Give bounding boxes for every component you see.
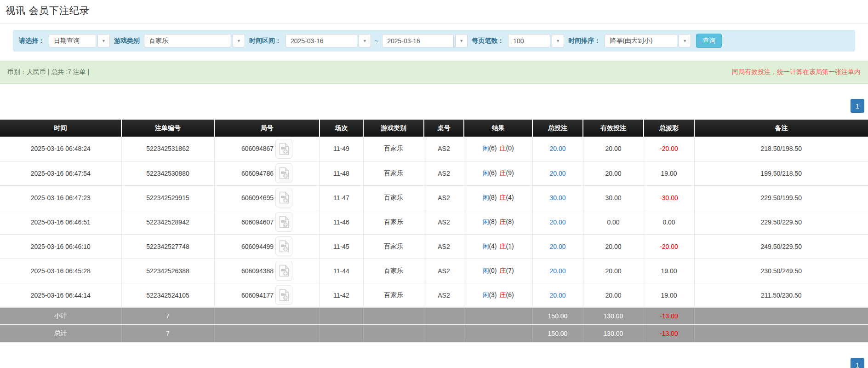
- result-player-label: 闲: [482, 194, 489, 201]
- cell-bet-id: 522342530880: [121, 161, 214, 185]
- table-row: 2025-03-16 06:47:54 522342530880 6060947…: [0, 161, 868, 185]
- cell-total-bet[interactable]: 20.00: [532, 259, 583, 283]
- summary-row: 小计 7 150.00 130.00 -13.00: [0, 307, 868, 325]
- result-player-score: (8): [489, 218, 497, 225]
- date-to-select[interactable]: 2025-03-16 ▼: [382, 34, 468, 47]
- select-type-label: 请选择：: [17, 37, 46, 45]
- result-player-score: (6): [489, 169, 497, 177]
- result-banker-score: (4): [506, 194, 514, 201]
- valid-bet-note: 同局有效投注，统一计算在该局第一张注单内: [732, 68, 861, 76]
- column-header: 注单编号: [121, 120, 214, 137]
- chevron-down-icon[interactable]: ▼: [679, 34, 691, 47]
- video-playback-icon[interactable]: [275, 163, 292, 183]
- round-id-text: 606094177: [241, 292, 274, 299]
- summary-count: 7: [121, 307, 214, 325]
- round-id-text: 606094388: [241, 267, 274, 275]
- column-header: 备注: [694, 120, 868, 137]
- query-type-value[interactable]: 日期查询: [49, 34, 96, 47]
- cell-valid-bet: 0.00: [583, 210, 644, 234]
- result-player-label: 闲: [482, 267, 489, 274]
- cell-total-bet[interactable]: 20.00: [532, 137, 583, 161]
- summary-payout: -13.00: [644, 307, 694, 325]
- chevron-down-icon[interactable]: ▼: [233, 34, 245, 47]
- range-tilde: ~: [374, 37, 379, 45]
- cell-round-id: 606094499: [214, 234, 320, 259]
- cell-valid-bet: 20.00: [583, 137, 644, 161]
- game-type-select[interactable]: 百家乐 ▼: [144, 34, 245, 47]
- cell-time: 2025-03-16 06:46:10: [0, 234, 121, 259]
- cell-total-bet[interactable]: 20.00: [532, 283, 583, 307]
- video-playback-icon[interactable]: [275, 188, 292, 207]
- chevron-down-icon[interactable]: ▼: [455, 34, 468, 47]
- search-button[interactable]: 查询: [696, 34, 722, 48]
- page-1-button[interactable]: 1: [851, 358, 864, 368]
- table-row: 2025-03-16 06:45:28 522342526388 6060943…: [0, 259, 868, 283]
- result-banker-label: 庄: [500, 242, 506, 250]
- cell-total-bet[interactable]: 20.00: [532, 234, 583, 259]
- result-banker-score: (8): [506, 218, 514, 225]
- column-header: 桌号: [424, 120, 464, 137]
- time-sort-select[interactable]: 降幂(由大到小) ▼: [605, 34, 691, 47]
- cell-bet-id: 522342531862: [121, 137, 214, 161]
- round-id-text: 606094867: [241, 145, 274, 152]
- round-id-text: 606094607: [241, 218, 274, 226]
- page-1-button[interactable]: 1: [851, 99, 864, 113]
- cell-session: 11-46: [320, 210, 363, 234]
- cell-game-type: 百家乐: [363, 259, 424, 283]
- query-type-select[interactable]: 日期查询 ▼: [49, 34, 110, 47]
- result-banker-label: 庄: [500, 194, 506, 201]
- time-sort-value[interactable]: 降幂(由大到小): [605, 34, 677, 47]
- chevron-down-icon[interactable]: ▼: [552, 34, 564, 47]
- result-banker-label: 庄: [500, 144, 506, 152]
- page-size-select[interactable]: 100 ▼: [508, 34, 564, 47]
- video-playback-icon[interactable]: [275, 261, 292, 281]
- summary-total-bet: 150.00: [532, 307, 583, 325]
- cell-round-id: 606094607: [214, 210, 320, 234]
- cell-table-no: AS2: [424, 185, 464, 210]
- cell-table-no: AS2: [424, 137, 464, 161]
- page-header: 视讯 会员下注纪录: [0, 0, 868, 24]
- date-from-select[interactable]: 2025-03-16 ▼: [286, 34, 371, 47]
- cell-total-bet[interactable]: 20.00: [532, 210, 583, 234]
- video-playback-icon[interactable]: [275, 139, 292, 159]
- cell-table-no: AS2: [424, 210, 464, 234]
- result-player-score: (3): [489, 291, 497, 299]
- cell-bet-id: 522342526388: [121, 259, 214, 283]
- filter-bar: 请选择： 日期查询 ▼ 游戏类别 百家乐 ▼ 时间区间： 2025-03-16 …: [13, 30, 855, 52]
- cell-bet-id: 522342527748: [121, 234, 214, 259]
- video-playback-icon[interactable]: [275, 285, 292, 305]
- column-header: 游戏类别: [363, 120, 424, 137]
- cell-remark: 211.50/230.50: [694, 283, 868, 307]
- round-id-text: 606094499: [241, 243, 274, 250]
- game-type-value[interactable]: 百家乐: [144, 34, 231, 47]
- cell-time: 2025-03-16 06:44:14: [0, 283, 121, 307]
- cell-payout: 0.00: [644, 210, 694, 234]
- video-playback-icon[interactable]: [275, 236, 292, 256]
- cell-remark: 229.50/229.50: [694, 210, 868, 234]
- cell-result: 闲(6)庄(0): [464, 137, 532, 161]
- cell-round-id: 606094867: [214, 137, 320, 161]
- video-playback-icon[interactable]: [275, 212, 292, 232]
- cell-result: 闲(4)庄(1): [464, 234, 532, 259]
- result-banker-label: 庄: [500, 169, 506, 177]
- table-row: 2025-03-16 06:46:51 522342528942 6060946…: [0, 210, 868, 234]
- page-size-value[interactable]: 100: [508, 34, 550, 47]
- cell-time: 2025-03-16 06:46:51: [0, 210, 121, 234]
- cell-session: 11-45: [320, 234, 363, 259]
- result-player-label: 闲: [482, 144, 489, 152]
- chevron-down-icon[interactable]: ▼: [97, 34, 110, 47]
- cell-total-bet[interactable]: 20.00: [532, 161, 583, 185]
- cell-remark: 249.50/229.50: [694, 234, 868, 259]
- cell-total-bet[interactable]: 30.00: [532, 185, 583, 210]
- cell-result: 闲(3)庄(6): [464, 283, 532, 307]
- table-row: 2025-03-16 06:48:24 522342531862 6060948…: [0, 137, 868, 161]
- result-banker-score: (9): [506, 169, 514, 177]
- result-banker-label: 庄: [500, 267, 506, 274]
- cell-remark: 199.50/218.50: [694, 161, 868, 185]
- date-from-value[interactable]: 2025-03-16: [286, 34, 357, 47]
- cell-round-id: 606094177: [214, 283, 320, 307]
- result-player-score: (8): [489, 194, 497, 201]
- chevron-down-icon[interactable]: ▼: [359, 34, 371, 47]
- date-to-value[interactable]: 2025-03-16: [382, 34, 454, 47]
- cell-result: 闲(8)庄(8): [464, 210, 532, 234]
